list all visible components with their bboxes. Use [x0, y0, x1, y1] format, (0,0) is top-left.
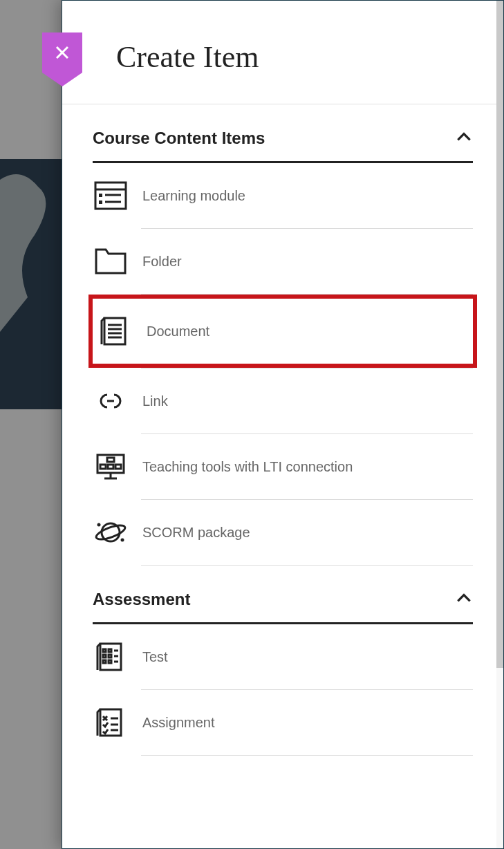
svg-rect-26	[109, 660, 111, 663]
create-item-panel: Create Item Course Content Items Learnin…	[62, 0, 504, 849]
section-title-course-content: Course Content Items	[93, 129, 265, 148]
item-label: SCORM package	[142, 525, 250, 541]
item-lti[interactable]: Teaching tools with LTI connection	[93, 434, 473, 499]
item-label: Folder	[142, 254, 182, 270]
svg-rect-12	[100, 465, 106, 469]
document-icon	[97, 314, 133, 348]
svg-point-19	[97, 523, 101, 527]
test-icon	[93, 640, 129, 674]
chevron-up-icon	[455, 589, 473, 610]
item-label: Teaching tools with LTI connection	[142, 459, 353, 475]
section-toggle-assessment[interactable]: Assessment	[93, 566, 473, 624]
svg-rect-4	[99, 200, 102, 204]
map-fragment	[0, 159, 62, 409]
svg-rect-21	[103, 649, 106, 652]
svg-rect-13	[108, 465, 113, 469]
item-learning-module[interactable]: Learning module	[93, 163, 473, 228]
svg-rect-22	[103, 655, 106, 657]
item-label: Document	[147, 324, 209, 339]
lti-icon	[93, 449, 129, 484]
item-document[interactable]: Document	[88, 295, 477, 368]
panel-header: Create Item	[62, 1, 503, 104]
item-scorm[interactable]: SCORM package	[93, 500, 473, 565]
svg-rect-24	[109, 649, 111, 652]
svg-rect-11	[107, 458, 114, 462]
section-title-assessment: Assessment	[93, 590, 190, 609]
folder-icon	[93, 244, 129, 279]
scorm-icon	[93, 515, 129, 550]
assignment-icon	[93, 705, 129, 740]
scrollbar[interactable]	[496, 1, 503, 848]
item-label: Assignment	[142, 715, 215, 731]
svg-rect-2	[99, 194, 102, 197]
item-test[interactable]: Test	[93, 624, 473, 689]
item-label: Test	[142, 649, 168, 665]
chevron-up-icon	[455, 128, 473, 149]
link-icon	[93, 384, 129, 418]
item-label: Link	[142, 393, 168, 409]
svg-rect-14	[115, 465, 121, 469]
item-folder[interactable]: Folder	[93, 229, 473, 294]
panel-title: Create Item	[116, 39, 476, 75]
svg-rect-25	[109, 655, 111, 657]
svg-rect-23	[103, 660, 106, 663]
panel-content: Course Content Items Learning module Fol…	[62, 104, 503, 848]
svg-point-20	[121, 539, 124, 542]
scrollbar-thumb[interactable]	[496, 1, 503, 668]
section-toggle-course-content[interactable]: Course Content Items	[93, 104, 473, 163]
item-assignment[interactable]: Assignment	[93, 690, 473, 755]
item-label: Learning module	[142, 188, 245, 204]
item-link[interactable]: Link	[93, 368, 473, 433]
learning-module-icon	[93, 178, 129, 213]
